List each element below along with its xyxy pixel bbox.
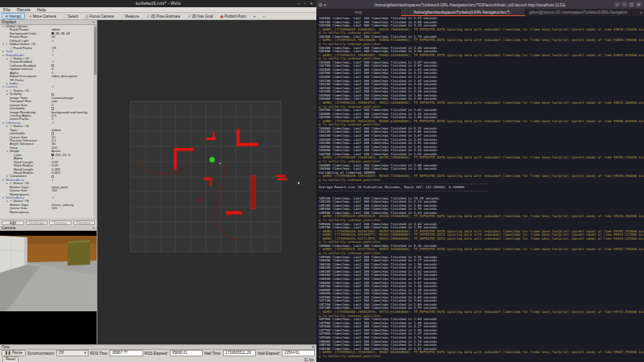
close-icon[interactable]: ✕ (93, 20, 95, 25)
search-icon[interactable]: ⌕ (614, 2, 620, 7)
maximize-icon[interactable]: ▢ (629, 2, 634, 7)
publish-point-tool-button[interactable]: ◉Publish Point (217, 13, 250, 19)
time-field-2[interactable]: 1739565511.29 (223, 350, 256, 356)
measure-tool-icon: ⟋ (122, 14, 125, 19)
minimize-icon[interactable]: − (621, 2, 627, 7)
camera-panel-title: Camera (2, 226, 15, 231)
reset-button[interactable]: Reset (2, 356, 19, 362)
tree-row-namespaces[interactable]: Namespaces (0, 211, 97, 214)
pause-button[interactable]: ❚❚ Pause (2, 350, 26, 356)
3d-viewport[interactable] (97, 20, 316, 344)
measure-tool-button[interactable]: ⟋Measure (118, 13, 142, 19)
publish-point-tool-icon: ◉ (221, 14, 224, 19)
rviz-menubar: FilePanelsHelp (0, 7, 316, 13)
interact-tool-icon: ✥ (5, 14, 8, 19)
rviz-window: turtlebot3.rviz* - RViz – ▫ ✕ FilePanels… (0, 0, 316, 362)
close-icon[interactable]: ✕ (93, 226, 95, 231)
rviz-titlebar[interactable]: turtlebot3.rviz* - RViz – ▫ ✕ (0, 0, 316, 7)
rename-button[interactable]: Rename (73, 220, 96, 225)
terminal-tab-2[interactable]: gilbert@ubuntu-20-:/workspaces/Turtlebot… (526, 9, 632, 16)
time-field-label: Wall Time: (204, 352, 221, 356)
nav-goal-tool-icon: ➚ (188, 14, 191, 19)
time-field-3[interactable]: 10564.61 (282, 350, 315, 356)
time-field-label: Wall Elapsed: (258, 352, 280, 356)
nav-goal-tool-button[interactable]: ➚2D Nav Goal (184, 13, 217, 19)
terminal-tabbar: htop/home/gilbert/workspaces/Turtlebot3-… (316, 9, 644, 16)
duplicate-button[interactable]: Duplicate (26, 220, 48, 225)
time-panel-title: Time (2, 345, 10, 349)
add-tool-button[interactable]: + (250, 13, 259, 19)
displays-tree[interactable]: ▾Global Options Fixed Frameodom Backgrou… (0, 25, 97, 219)
log-line: g to authority unknown_publisher (319, 355, 644, 359)
terminal-window: ⊞ ▾ /home/gilbert/workspaces/Turtlebot3-… (316, 0, 644, 362)
pose-estimate-tool-icon: ➚ (147, 14, 150, 19)
terminal-title: /home/gilbert/workspaces/Turtlebot3-DRL-… (326, 2, 614, 7)
camera-panel: Camera ✕ (0, 226, 97, 344)
goal-point-marker (220, 162, 221, 164)
select-tool-button[interactable]: ⬚Select (60, 13, 82, 19)
focus-camera-tool-icon: ◎ (85, 14, 89, 19)
time-panel: Time ✕ ❚❚ Pause Synchronization: Off ▾ R… (0, 344, 316, 362)
menu-item-help[interactable]: Help (37, 7, 46, 12)
rviz-toolbar: ✥Interact✛Move Camera⬚Select◎Focus Camer… (0, 13, 316, 20)
terminal-tab-0[interactable]: htop (316, 9, 401, 16)
displays-panel-title: Displays (2, 20, 16, 25)
menu-item-panels[interactable]: Panels (17, 7, 31, 12)
sync-label: Synchronization: (27, 352, 55, 356)
close-icon[interactable]: ✕ (312, 345, 315, 349)
time-field-label: ROS Elapsed: (145, 352, 168, 356)
viewport-scene (97, 20, 316, 344)
time-field-label: ROS Time: (90, 352, 108, 356)
grid (130, 101, 281, 252)
terminal-output[interactable]: 102000 timesteps. Last 100 timesteps fin… (316, 16, 644, 362)
time-field-0[interactable]: 95867.77 (109, 350, 142, 356)
rviz-window-buttons[interactable]: – ▫ ✕ (297, 0, 315, 7)
remove-button[interactable]: Remove (49, 220, 72, 225)
select-tool-icon: ⬚ (64, 14, 68, 19)
camera-scene (0, 231, 97, 320)
terminal-titlebar[interactable]: ⊞ ▾ /home/gilbert/workspaces/Turtlebot3-… (316, 0, 644, 9)
pause-icon: ❚❚ (5, 351, 12, 355)
close-icon[interactable]: ✕ (636, 2, 642, 7)
move-camera-tool-icon: ✛ (29, 14, 32, 19)
rviz-window-title: turtlebot3.rviz* - RViz (135, 0, 180, 7)
fps-counter: 31 fps (303, 358, 314, 362)
menu-grid-icon[interactable]: ⊞ (319, 2, 322, 7)
add-button[interactable]: Add (2, 220, 24, 225)
robot-marker (209, 157, 215, 162)
tab-list-chevron-down-icon[interactable]: ▾ (632, 9, 644, 16)
desktop: turtlebot3.rviz* - RViz – ▫ ✕ FilePanels… (0, 0, 644, 362)
time-field-1[interactable]: 95868.61 (170, 350, 203, 356)
remove-tool-button[interactable]: − (259, 13, 268, 19)
move-camera-tool-button[interactable]: ✛Move Camera (26, 13, 60, 19)
chevron-down-icon: ▾ (85, 351, 86, 356)
menu-item-file[interactable]: File (3, 7, 10, 12)
sync-dropdown[interactable]: Off ▾ (56, 350, 89, 356)
focus-camera-tool-button[interactable]: ◎Focus Camera (82, 13, 118, 19)
camera-image (0, 231, 97, 344)
status-ok-icon: ✓ (6, 42, 9, 46)
interact-tool-button[interactable]: ✥Interact (2, 13, 25, 19)
pose-estimate-tool-button[interactable]: ➚2D Pose Estimate (143, 13, 184, 19)
terminal-tab-1-active[interactable]: /home/gilbert/workspaces/Turtlebot3-DRL-… (401, 9, 526, 16)
